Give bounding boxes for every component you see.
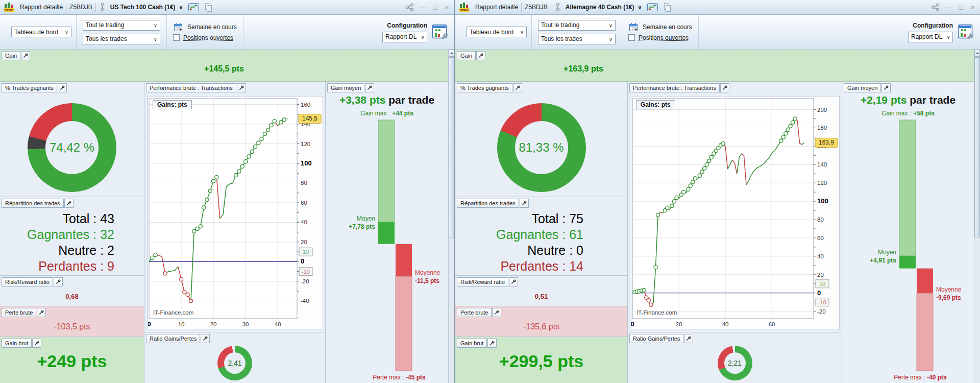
svg-text:60: 60 xyxy=(817,235,824,241)
open-chart-icon[interactable] xyxy=(187,3,200,11)
window-title: Rapport détaillé xyxy=(475,4,518,11)
wrench-button[interactable] xyxy=(513,83,522,92)
wrench-button[interactable] xyxy=(720,83,729,92)
svg-text:100: 100 xyxy=(817,197,828,205)
gain-max-line: Gain max :+44 pts xyxy=(326,110,448,117)
link-icon[interactable] xyxy=(554,2,561,12)
win-rate-value: 81,33 % xyxy=(497,103,586,192)
duplicate-report-icon[interactable] xyxy=(662,3,672,12)
win-rate-chip-label: % Trades gagnants xyxy=(2,83,57,92)
link-icon[interactable] xyxy=(99,2,106,12)
scrollbar-thumb[interactable] xyxy=(449,57,454,237)
minimize-button[interactable]: — xyxy=(419,4,428,11)
report-settings-icon[interactable] xyxy=(957,25,975,40)
scrollbar-thumb[interactable] xyxy=(974,57,980,237)
week-in-progress-label[interactable]: Semaine en cours xyxy=(643,23,692,31)
trading-scope-select[interactable]: Tout le trading∨ xyxy=(83,20,160,31)
calendar-icon[interactable] xyxy=(628,23,639,31)
svg-text:40: 40 xyxy=(301,219,307,225)
chevron-down-icon: ∨ xyxy=(154,22,157,28)
chevron-down-icon: ∨ xyxy=(154,36,157,42)
performance-chart-area: Gains: pts -2002040608010012014016018020… xyxy=(631,96,840,329)
scrollbar[interactable] xyxy=(974,50,980,383)
report-config-select[interactable]: Rapport DL∨ xyxy=(908,32,953,42)
svg-text:40: 40 xyxy=(722,321,729,327)
svg-text:Moyen: Moyen xyxy=(878,249,896,256)
wrench-button[interactable] xyxy=(476,51,485,60)
account-code: Z5BDJB xyxy=(69,4,92,11)
account-code: Z5BDJB xyxy=(525,4,548,11)
configuration-group: Configuration Rapport DL∨ xyxy=(382,15,430,49)
gain-max-line: Gain max :+58 pts xyxy=(842,110,974,117)
trades-filter-select[interactable]: Tous les trades∨ xyxy=(538,34,616,44)
gain-loss-ratio-panel: Ratio Gains/Pertes 2,41 xyxy=(144,332,325,383)
scroll-up-button[interactable] xyxy=(449,50,454,57)
open-positions-checkbox[interactable] xyxy=(628,34,635,41)
svg-text:80: 80 xyxy=(301,180,307,186)
wrench-button[interactable] xyxy=(881,83,891,92)
report-config-value: Rapport DL xyxy=(385,33,416,40)
instrument-dropdown[interactable]: Allemagne 40 Cash (1€) ∨ xyxy=(565,4,643,11)
wrench-button[interactable] xyxy=(509,277,518,286)
maximize-button[interactable]: □ xyxy=(957,4,965,11)
report-config-select[interactable]: Rapport DL∨ xyxy=(382,32,427,42)
wrench-button[interactable] xyxy=(487,339,497,348)
open-positions-label[interactable]: Positions ouvertes xyxy=(639,34,689,41)
maximize-button[interactable]: □ xyxy=(431,4,439,11)
wrench-button[interactable] xyxy=(365,83,374,92)
scrollbar[interactable] xyxy=(448,50,454,383)
gain-chip: Gain xyxy=(457,51,485,60)
open-chart-icon[interactable] xyxy=(646,3,659,11)
performance-panel: Performance brute : Transactions Gains: … xyxy=(144,82,325,332)
wrench-button[interactable] xyxy=(58,83,67,92)
wrench-button[interactable] xyxy=(32,339,41,348)
wrench-button[interactable] xyxy=(37,308,46,317)
wrench-button[interactable] xyxy=(520,199,529,208)
trading-scope-value: Tout le trading xyxy=(86,21,124,29)
minimize-button[interactable]: — xyxy=(945,4,953,11)
svg-text:160: 160 xyxy=(301,102,310,108)
instrument-dropdown[interactable]: US Tech 100 Cash (1€) ∨ xyxy=(109,4,184,11)
open-positions-label[interactable]: Positions ouvertes xyxy=(183,34,233,41)
open-positions-checkbox[interactable] xyxy=(173,34,180,41)
dashboard-select[interactable]: Tableau de bord∨ xyxy=(11,27,71,37)
demo-account-badge-icon: DEMO xyxy=(458,3,472,12)
wrench-button[interactable] xyxy=(54,277,63,286)
chart-legend: Gains: pts xyxy=(636,100,675,109)
period-group: Semaine en cours Positions ouvertes xyxy=(167,15,243,49)
report-toolbar: Tableau de bord∨ Tout le trading∨ Tous l… xyxy=(455,15,980,50)
calendar-icon[interactable] xyxy=(173,23,184,31)
scroll-up-button[interactable] xyxy=(974,50,980,57)
average-gain-suffix: par trade xyxy=(906,94,955,106)
share-icon[interactable] xyxy=(404,3,416,12)
close-button[interactable]: × xyxy=(968,4,977,11)
chevron-down-icon: ∨ xyxy=(520,29,524,35)
dashboard-select[interactable]: Tableau de bord∨ xyxy=(467,27,527,37)
share-icon[interactable] xyxy=(930,3,942,12)
risk-reward-panel: Risk/Reward ratio 0,68 xyxy=(0,276,144,306)
repartition-total: Total : 43 xyxy=(0,211,114,227)
week-in-progress-label[interactable]: Semaine en cours xyxy=(187,23,237,31)
close-button[interactable]: × xyxy=(443,4,451,11)
svg-text:DEMO: DEMO xyxy=(460,9,469,12)
svg-text:-20: -20 xyxy=(817,308,826,315)
trades-filter-select[interactable]: Tous les trades∨ xyxy=(83,34,160,44)
wrench-button[interactable] xyxy=(492,308,501,317)
svg-text:Moyenne: Moyenne xyxy=(936,286,962,293)
svg-text:30: 30 xyxy=(242,321,249,327)
trading-scope-select[interactable]: Tout le trading∨ xyxy=(538,20,616,31)
report-settings-icon[interactable] xyxy=(431,25,449,40)
wrench-button[interactable] xyxy=(21,51,30,60)
duplicate-report-icon[interactable] xyxy=(203,3,213,12)
wrench-button[interactable] xyxy=(201,334,210,343)
svg-text:10: 10 xyxy=(819,281,825,287)
chevron-down-icon: ∨ xyxy=(609,22,612,28)
wrench-button[interactable] xyxy=(684,334,693,343)
wrench-button[interactable] xyxy=(64,199,74,208)
risk-reward-chip-label: Risk/Reward ratio xyxy=(2,277,53,286)
svg-text:200: 200 xyxy=(817,107,827,113)
svg-text:IT-Finance.com: IT-Finance.com xyxy=(153,309,193,316)
wrench-button[interactable] xyxy=(237,83,246,92)
gross-loss-panel: Perte brute -135,6 pts xyxy=(455,306,627,337)
average-gain-headline: +2,19 pts par trade xyxy=(842,94,974,106)
